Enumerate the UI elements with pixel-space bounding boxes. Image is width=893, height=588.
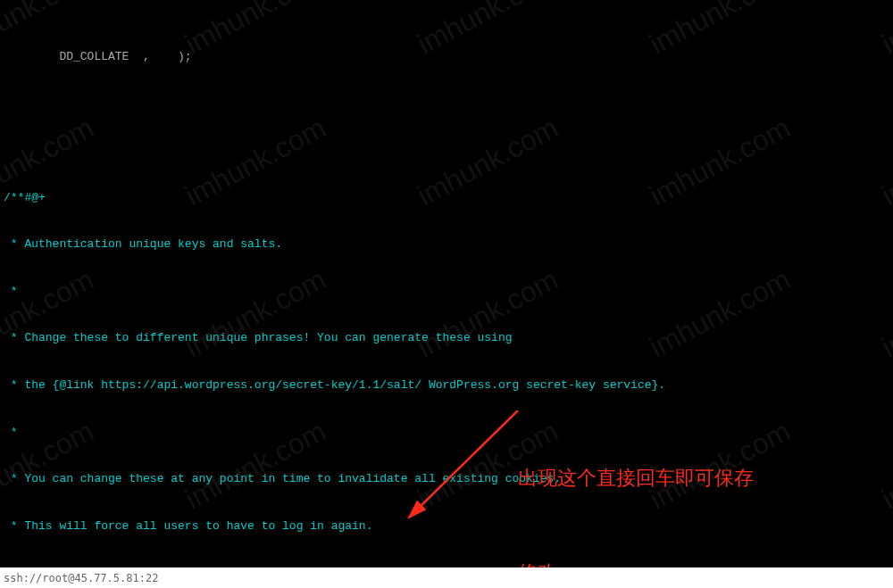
code-line: DD_COLLATE , ); (4, 49, 889, 65)
terminal-editor[interactable]: DD_COLLATE , ); /**#@+ * Authentication … (0, 0, 893, 567)
blank-line (4, 95, 889, 112)
ssh-status-line: ssh://root@45.77.5.81:22 (0, 567, 893, 585)
comment-block: /**#@+ * Authentication unique keys and … (4, 158, 889, 567)
